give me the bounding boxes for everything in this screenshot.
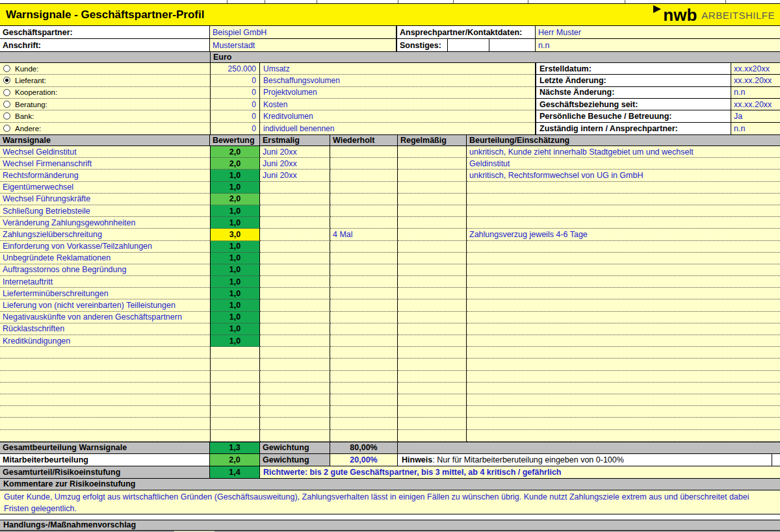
wiederholt-cell[interactable] [330, 264, 398, 276]
radio-button[interactable] [3, 77, 10, 84]
regelmaessig-cell[interactable] [398, 406, 467, 418]
beurteilung-cell[interactable] [467, 182, 780, 194]
wiederholt-cell[interactable] [330, 312, 398, 323]
wiederholt-cell[interactable] [330, 170, 398, 181]
wiederholt-cell[interactable] [330, 217, 398, 229]
regelmaessig-cell[interactable] [398, 264, 467, 276]
rating-cell[interactable]: 1,0 [210, 253, 260, 264]
beurteilung-cell[interactable]: unkritisch, Kunde zieht innerhalb Stadtg… [467, 146, 780, 158]
wiederholt-cell[interactable] [330, 347, 398, 359]
regelmaessig-cell[interactable] [398, 146, 467, 158]
erstmalig-cell[interactable] [260, 323, 330, 335]
wiederholt-cell[interactable] [330, 205, 398, 217]
gewichtung-pct-cell[interactable]: 80,00% [330, 442, 398, 453]
regelmaessig-cell[interactable] [398, 253, 467, 264]
regelmaessig-cell[interactable] [398, 276, 467, 288]
rating-cell[interactable]: 2,0 [210, 194, 260, 205]
regelmaessig-cell[interactable] [398, 359, 467, 370]
beurteilung-cell[interactable]: Geldinstitut [467, 158, 780, 170]
anschrift-value-cell[interactable]: Musterstadt [210, 39, 397, 52]
rating-cell[interactable] [210, 430, 260, 442]
kommentar-text-cell[interactable]: Guter Kunde, Umzug erfolgt aus wirtschaf… [0, 490, 780, 514]
gewichtung-pct-cell[interactable]: 20,00% [330, 454, 398, 466]
radio-button[interactable] [3, 112, 10, 120]
regelmaessig-cell[interactable] [398, 229, 467, 240]
rating-cell[interactable]: 3,0 [210, 229, 260, 240]
erstmalig-cell[interactable] [260, 241, 330, 253]
beurteilung-cell[interactable] [467, 335, 780, 347]
summary-rating-cell[interactable]: 1,3 [210, 442, 260, 453]
regelmaessig-cell[interactable] [398, 323, 467, 335]
wiederholt-cell[interactable] [330, 430, 398, 442]
rating-cell[interactable]: 2,0 [210, 146, 260, 158]
meta-value-cell[interactable]: n.n [731, 87, 780, 99]
erstmalig-cell[interactable] [260, 394, 330, 406]
sonstiges-subcell-1[interactable] [448, 39, 489, 52]
erstmalig-cell[interactable] [260, 371, 330, 383]
rating-cell[interactable] [210, 394, 260, 406]
beurteilung-cell[interactable] [467, 205, 780, 217]
erstmalig-cell[interactable] [260, 335, 330, 347]
erstmalig-cell[interactable] [260, 418, 330, 429]
amount-cell[interactable]: 0 [210, 87, 260, 99]
meta-value-cell[interactable]: Ja [731, 110, 780, 122]
sonstiges-subcell-2[interactable] [489, 39, 536, 52]
summary-rating-cell[interactable]: 1,4 [210, 466, 260, 478]
beurteilung-cell[interactable] [467, 299, 780, 311]
rating-cell[interactable]: 2,0 [210, 158, 260, 170]
rating-cell[interactable]: 1,0 [210, 323, 260, 335]
rating-cell[interactable]: 1,0 [210, 335, 260, 347]
regelmaessig-cell[interactable] [398, 430, 467, 442]
amount-cell[interactable]: 0 [210, 99, 260, 110]
rating-cell[interactable] [210, 406, 260, 418]
erstmalig-cell[interactable] [260, 312, 330, 323]
regelmaessig-cell[interactable] [398, 170, 467, 181]
meta-value-cell[interactable]: xx.xx.20xx [731, 99, 780, 110]
rating-cell[interactable]: 1,0 [210, 276, 260, 288]
rating-cell[interactable]: 1,0 [210, 217, 260, 229]
erstmalig-cell[interactable] [260, 299, 330, 311]
beurteilung-cell[interactable] [467, 194, 780, 205]
beurteilung-cell[interactable]: unkritisch, Rechtsformwechsel von UG in … [467, 170, 780, 181]
wiederholt-cell[interactable] [330, 241, 398, 253]
rating-cell[interactable]: 1,0 [210, 182, 260, 194]
regelmaessig-cell[interactable] [398, 217, 467, 229]
amount-cell[interactable]: 0 [210, 75, 260, 86]
regelmaessig-cell[interactable] [398, 383, 467, 394]
wiederholt-cell[interactable] [330, 383, 398, 394]
erstmalig-cell[interactable] [260, 359, 330, 370]
beurteilung-cell[interactable] [467, 323, 780, 335]
erstmalig-cell[interactable] [260, 406, 330, 418]
sonstiges-value-cell[interactable]: n.n [536, 39, 780, 52]
wiederholt-cell[interactable] [330, 146, 398, 158]
geschaeftspartner-value-cell[interactable]: Beispiel GmbH [210, 26, 397, 39]
summary-rating-cell[interactable]: 2,0 [210, 454, 260, 466]
regelmaessig-cell[interactable] [398, 299, 467, 311]
regelmaessig-cell[interactable] [398, 288, 467, 299]
erstmalig-cell[interactable]: Juni 20xx [260, 158, 330, 170]
wiederholt-cell[interactable] [330, 182, 398, 194]
wiederholt-cell[interactable] [330, 276, 398, 288]
radio-button[interactable] [3, 101, 10, 108]
wiederholt-cell[interactable] [330, 418, 398, 429]
category-cell[interactable]: Kreditvolumen [260, 110, 535, 122]
regelmaessig-cell[interactable] [398, 335, 467, 347]
beurteilung-cell[interactable] [467, 217, 780, 229]
wiederholt-cell[interactable] [330, 335, 398, 347]
beurteilung-cell[interactable] [467, 264, 780, 276]
wiederholt-cell[interactable] [330, 299, 398, 311]
rating-cell[interactable]: 1,0 [210, 241, 260, 253]
erstmalig-cell[interactable] [260, 383, 330, 394]
erstmalig-cell[interactable]: Juni 20xx [260, 170, 330, 181]
beurteilung-cell[interactable] [467, 312, 780, 323]
wiederholt-cell[interactable] [330, 194, 398, 205]
radio-button[interactable] [3, 89, 10, 96]
category-cell[interactable]: individuell benennen [260, 123, 535, 134]
wiederholt-cell[interactable]: 4 Mal [330, 229, 398, 240]
beurteilung-cell[interactable] [467, 347, 780, 359]
beurteilung-cell[interactable] [467, 394, 780, 406]
beurteilung-cell[interactable] [467, 383, 780, 394]
erstmalig-cell[interactable] [260, 182, 330, 194]
wiederholt-cell[interactable] [330, 406, 398, 418]
beurteilung-cell[interactable] [467, 253, 780, 264]
